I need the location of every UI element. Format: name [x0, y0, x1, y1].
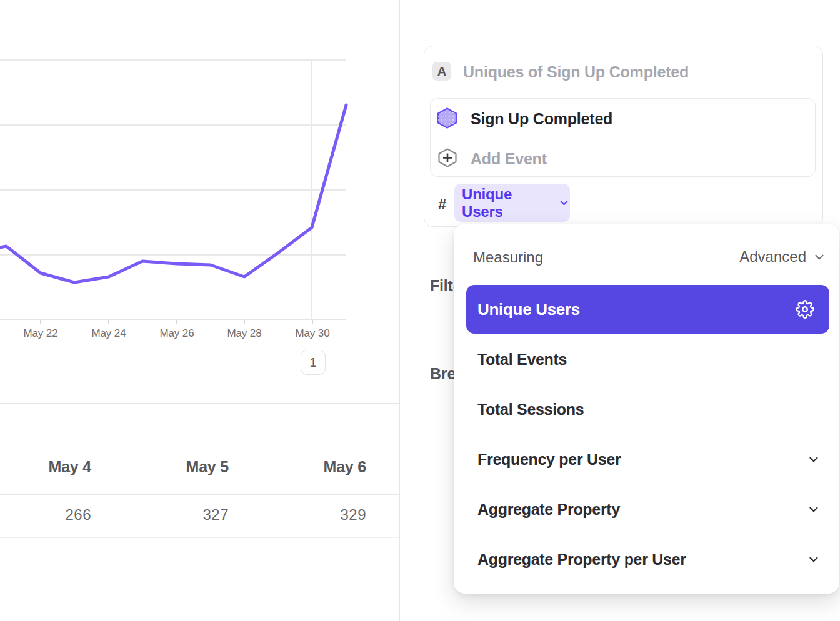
table-divider: [0, 537, 399, 538]
table-column-header: May 4: [10, 458, 91, 476]
dropdown-title: Measuring: [473, 249, 543, 266]
chevron-down-icon: [807, 452, 821, 466]
annotation-badge[interactable]: 1: [301, 350, 326, 375]
table-divider: [0, 403, 399, 404]
table-column-header: May 6: [285, 458, 366, 476]
table-column-header: May 5: [148, 458, 229, 476]
x-tick-label: May 22: [11, 327, 71, 340]
chevron-down-icon: [807, 552, 821, 566]
chevron-down-icon: [807, 502, 821, 516]
event-hexagon-icon: [437, 107, 458, 131]
metric-prefix: #: [438, 196, 446, 213]
chevron-down-icon: [558, 197, 570, 209]
menu-item-aggregate-property-per-user[interactable]: Aggregate Property per User: [466, 535, 829, 584]
menu-item-unique-users[interactable]: Unique Users: [466, 285, 829, 334]
trend-line: [0, 105, 346, 282]
table-cell-value: 329: [285, 506, 366, 524]
table-cell-value: 327: [148, 506, 229, 524]
measuring-mode-label: Advanced: [739, 248, 806, 266]
menu-item-total-sessions[interactable]: Total Sessions: [466, 385, 829, 434]
event-name[interactable]: Sign Up Completed: [471, 110, 612, 128]
insights-report-screen: May 22 May 24 May 26 May 28 May 30 1 May…: [0, 0, 840, 621]
metric-selector-label: Unique Users: [462, 186, 552, 221]
gear-icon[interactable]: [796, 300, 814, 319]
x-tick-label: May 28: [214, 327, 274, 340]
line-chart-plot-area: May 22 May 24 May 26 May 28 May 30 1: [0, 0, 399, 394]
x-tick-label: May 26: [147, 327, 207, 340]
metric-selector-button[interactable]: Unique Users: [454, 184, 570, 222]
x-tick-label: May 24: [79, 327, 139, 340]
menu-item-total-events[interactable]: Total Events: [466, 335, 829, 384]
panel-divider: [399, 0, 400, 621]
add-event-icon[interactable]: [438, 148, 457, 170]
table-cell-value: 266: [10, 506, 91, 524]
menu-item-aggregate-property[interactable]: Aggregate Property: [466, 485, 829, 534]
measuring-mode-toggle[interactable]: Advanced: [739, 248, 826, 266]
menu-item-frequency-per-user[interactable]: Frequency per User: [466, 435, 829, 484]
series-letter-badge: A: [432, 62, 451, 81]
measuring-dropdown-menu: Measuring Advanced Unique Users Total Ev…: [454, 224, 839, 594]
table-divider: [0, 494, 399, 495]
chevron-down-icon: [812, 250, 826, 264]
series-title: Uniques of Sign Up Completed: [463, 63, 689, 81]
add-event-button[interactable]: Add Event: [471, 150, 547, 168]
x-tick-label: May 30: [282, 327, 342, 340]
